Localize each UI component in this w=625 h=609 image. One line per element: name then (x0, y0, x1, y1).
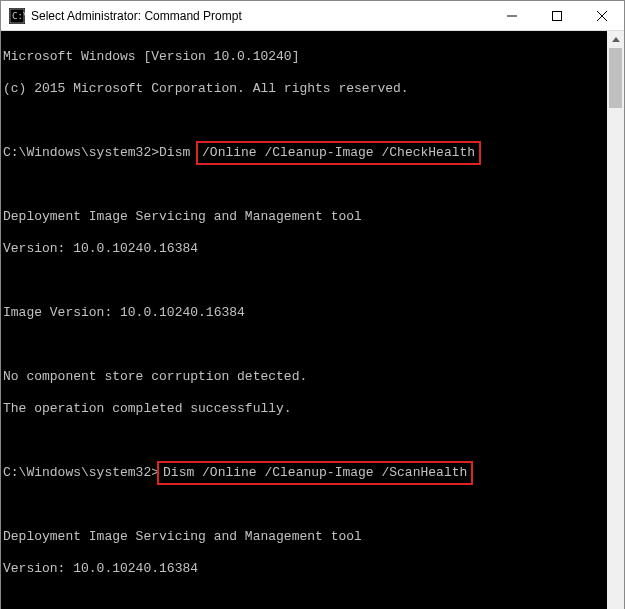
cmd-icon: C:\ (9, 8, 25, 24)
highlighted-command: Dism /Online /Cleanup-Image /ScanHealth (157, 461, 473, 485)
scroll-thumb[interactable] (609, 48, 622, 108)
command-prompt-window: C:\ Select Administrator: Command Prompt… (0, 0, 625, 609)
svg-text:C:\: C:\ (12, 11, 25, 21)
close-button[interactable] (579, 1, 624, 30)
vertical-scrollbar[interactable] (607, 31, 624, 609)
window-controls (489, 1, 624, 30)
output-line (3, 177, 605, 193)
output-line: The operation completed successfully. (3, 401, 605, 417)
command-line: C:\Windows\system32>Dism /Online /Cleanu… (3, 145, 605, 161)
titlebar[interactable]: C:\ Select Administrator: Command Prompt (1, 1, 624, 31)
output-line: Version: 10.0.10240.16384 (3, 241, 605, 257)
output-line (3, 497, 605, 513)
output-line (3, 433, 605, 449)
svg-marker-7 (612, 37, 620, 42)
output-line: No component store corruption detected. (3, 369, 605, 385)
window-title: Select Administrator: Command Prompt (31, 9, 489, 23)
output-line (3, 113, 605, 129)
svg-rect-4 (552, 11, 561, 20)
terminal-output[interactable]: Microsoft Windows [Version 10.0.10240] (… (1, 31, 607, 609)
output-line: Deployment Image Servicing and Managemen… (3, 209, 605, 225)
output-line (3, 337, 605, 353)
output-line: Deployment Image Servicing and Managemen… (3, 529, 605, 545)
output-line (3, 593, 605, 609)
output-line (3, 273, 605, 289)
window-body: Microsoft Windows [Version 10.0.10240] (… (1, 31, 624, 609)
highlighted-command: /Online /Cleanup-Image /CheckHealth (196, 141, 481, 165)
scroll-up-arrow[interactable] (607, 31, 624, 48)
output-line: Image Version: 10.0.10240.16384 (3, 305, 605, 321)
maximize-button[interactable] (534, 1, 579, 30)
command-line: C:\Windows\system32>Dism /Online /Cleanu… (3, 465, 605, 481)
minimize-button[interactable] (489, 1, 534, 30)
output-line: (c) 2015 Microsoft Corporation. All righ… (3, 81, 605, 97)
output-line: Version: 10.0.10240.16384 (3, 561, 605, 577)
output-line: Microsoft Windows [Version 10.0.10240] (3, 49, 605, 65)
